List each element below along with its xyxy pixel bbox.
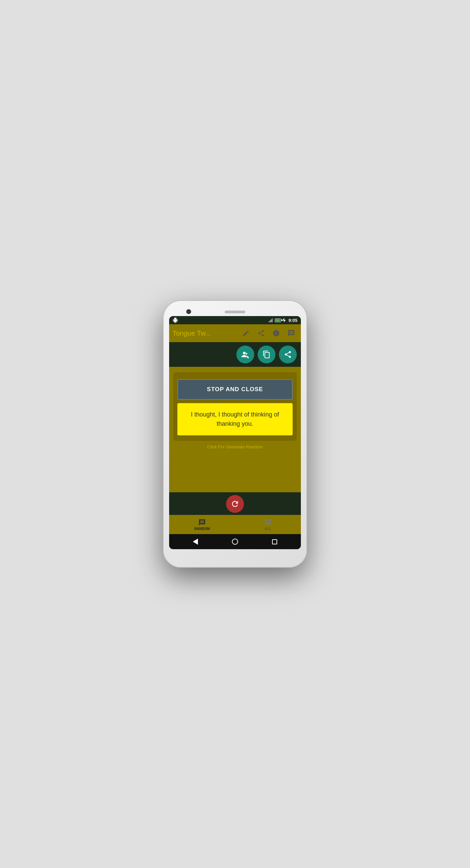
refresh-icon xyxy=(231,499,239,508)
stop-close-button[interactable]: STOP AND CLOSE xyxy=(177,379,293,400)
phone-bottom xyxy=(169,549,301,552)
phone-device: 9:05 Tongue Tw... xyxy=(163,300,307,568)
phone-screen: 9:05 Tongue Tw... xyxy=(169,316,301,549)
share2-icon xyxy=(284,350,292,359)
pen-icon xyxy=(242,329,250,337)
status-icons: 9:05 xyxy=(268,318,297,323)
action-buttons-row xyxy=(169,342,301,367)
tongue-twister-text: I thought, I thought of thinking of than… xyxy=(177,403,293,435)
random-tab[interactable]: RANDOM xyxy=(169,515,235,534)
status-bar: 9:05 xyxy=(169,316,301,324)
recent-apps-button[interactable] xyxy=(272,539,277,544)
generate-hint: Click For Generate Random xyxy=(207,444,263,449)
share-icon-button[interactable] xyxy=(255,327,267,339)
all-tab[interactable]: ALL xyxy=(235,515,301,534)
battery-icon xyxy=(275,318,281,322)
info-icon-button[interactable] xyxy=(270,327,282,339)
all-tab-icon xyxy=(264,519,272,526)
copy-button[interactable] xyxy=(258,346,275,363)
home-button[interactable] xyxy=(232,539,238,545)
all-tab-label: ALL xyxy=(265,527,271,531)
pen-icon-button[interactable] xyxy=(240,327,252,339)
signal-icon xyxy=(268,318,273,322)
info-icon xyxy=(272,329,280,337)
status-time: 9:05 xyxy=(289,318,297,323)
charging-icon xyxy=(282,318,286,323)
fab-area xyxy=(169,492,301,515)
chat-icon-button[interactable] xyxy=(285,327,297,339)
svg-marker-0 xyxy=(268,318,273,322)
speaker-grille xyxy=(225,311,245,313)
android-status-icon xyxy=(173,317,178,323)
refresh-fab-button[interactable] xyxy=(226,495,244,513)
share-icon xyxy=(257,329,265,337)
back-button[interactable] xyxy=(193,539,198,545)
share-button[interactable] xyxy=(279,346,297,363)
random-tab-label: RANDOM xyxy=(195,527,210,531)
bottom-nav: RANDOM ALL xyxy=(169,515,301,534)
app-title: Tongue Tw... xyxy=(173,329,237,337)
svg-marker-1 xyxy=(282,318,286,323)
battery-level xyxy=(275,319,280,322)
main-content: STOP AND CLOSE I thought, I thought of t… xyxy=(169,367,301,492)
speak-button[interactable] xyxy=(236,346,254,363)
card-container: STOP AND CLOSE I thought, I thought of t… xyxy=(173,372,297,441)
phone-top xyxy=(169,306,301,315)
random-tab-icon xyxy=(198,519,206,526)
app-bar: Tongue Tw... xyxy=(169,324,301,342)
chat-icon xyxy=(287,329,295,337)
person-speak-icon xyxy=(241,350,249,359)
camera xyxy=(186,309,191,314)
copy-icon xyxy=(262,350,271,359)
system-nav-bar xyxy=(169,534,301,549)
